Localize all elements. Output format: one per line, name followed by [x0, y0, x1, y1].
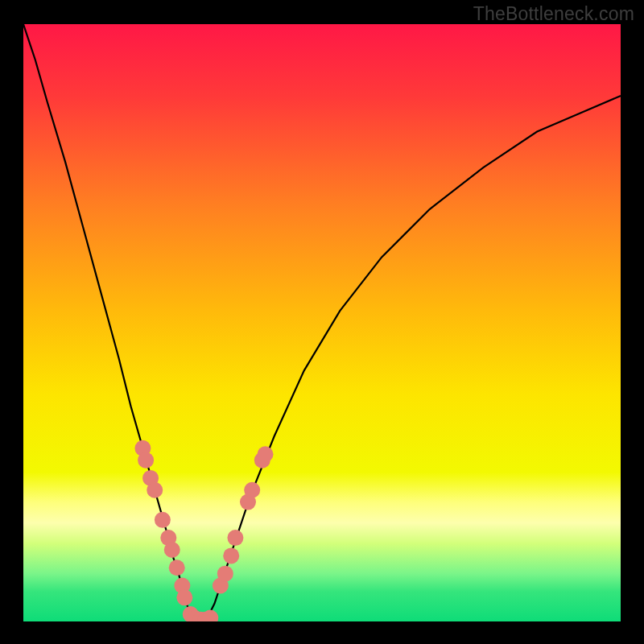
watermark-text: TheBottleneck.com [473, 3, 634, 25]
data-marker [223, 547, 239, 564]
data-marker [155, 512, 171, 528]
svg-rect-0 [23, 24, 621, 621]
data-marker [258, 446, 274, 462]
data-marker [169, 559, 185, 576]
data-marker [217, 566, 233, 582]
data-marker [164, 542, 180, 558]
data-marker [176, 589, 192, 605]
data-marker [244, 482, 260, 498]
bottleneck-chart [23, 24, 621, 621]
data-marker [227, 530, 243, 546]
chart-frame [23, 24, 621, 621]
data-marker [138, 452, 154, 469]
data-marker [147, 482, 163, 498]
